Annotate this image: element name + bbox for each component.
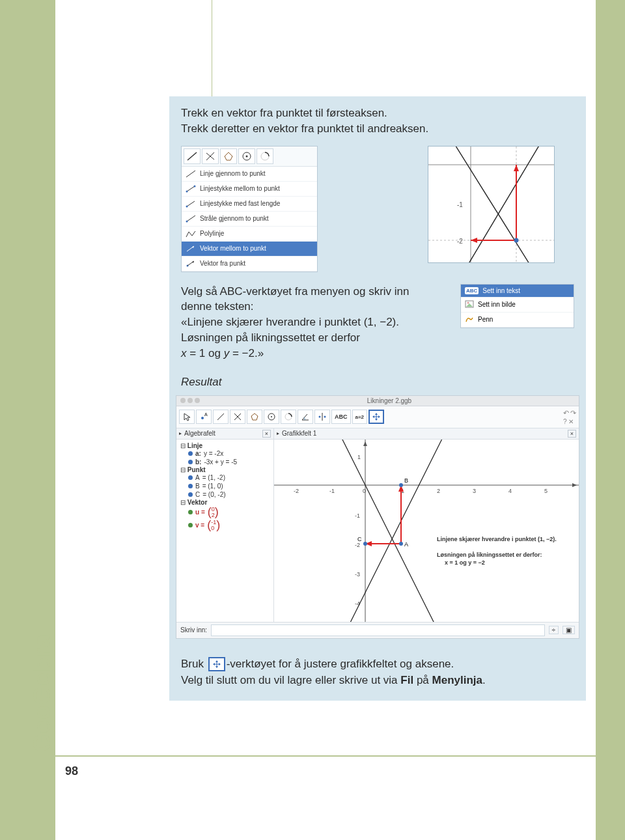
algebra-category: ⊟ Vektor xyxy=(180,499,270,506)
algebra-item[interactable]: C = (0, -2) xyxy=(180,490,270,499)
panel-title: Algebrafelt xyxy=(184,430,215,437)
tool-line-icon[interactable] xyxy=(184,148,201,164)
tool-perpendicular-icon[interactable] xyxy=(202,148,219,164)
close-icon[interactable]: ✕ xyxy=(568,418,574,425)
svg-text:-1: -1 xyxy=(329,488,335,494)
mid-line: denne teksten: xyxy=(181,299,447,315)
dropdown-item-label: Linjestykke mellom to punkt xyxy=(200,185,280,192)
algebra-item[interactable]: v = (-10) xyxy=(180,519,270,532)
image-icon xyxy=(465,300,474,309)
svg-point-80 xyxy=(399,483,403,487)
algebra-item[interactable]: a: y = -2x xyxy=(180,449,270,458)
svg-text:0: 0 xyxy=(363,488,366,494)
dropdown-item[interactable]: Linjestykke med fast lengde xyxy=(182,197,317,212)
algebra-panel-header[interactable]: ▸Algebrafelt× xyxy=(176,428,273,440)
window-traffic-lights[interactable] xyxy=(180,398,200,403)
input-history-button[interactable]: ÷ xyxy=(549,626,559,634)
dropdown-item[interactable]: Polylinje xyxy=(182,227,317,242)
svg-text:5: 5 xyxy=(544,488,548,494)
dropdown-item[interactable]: Linje gjennom to punkt xyxy=(182,167,317,182)
dropdown-item-selected[interactable]: Vektor mellom to punkt xyxy=(182,242,317,257)
tool-point-icon[interactable]: A xyxy=(196,410,212,424)
svg-line-26 xyxy=(451,147,546,262)
abc-menu-label: Sett inn tekst xyxy=(482,287,520,294)
help-icon[interactable]: ? xyxy=(563,418,567,425)
algebra-item[interactable]: B = (1, 0) xyxy=(180,482,270,490)
input-bar: Skriv inn: ÷ ▣ xyxy=(176,622,579,638)
input-bar-label: Skriv inn: xyxy=(180,626,207,634)
algebra-item[interactable]: b: -3x + y = -5 xyxy=(180,458,270,466)
svg-line-73 xyxy=(313,440,456,622)
input-help-button[interactable]: ▣ xyxy=(562,626,575,634)
close-panel-icon[interactable]: × xyxy=(262,430,271,438)
app-titlebar: Likninger 2.ggb xyxy=(176,396,579,406)
algebra-item[interactable]: A = (1, -2) xyxy=(180,473,270,482)
svg-point-5 xyxy=(246,155,248,157)
redo-icon[interactable]: ↷ xyxy=(570,409,576,417)
abc-menu-item[interactable]: Penn xyxy=(461,313,574,328)
expand-icon: ▸ xyxy=(277,430,279,436)
dropdown-item[interactable]: Linjestykke mellom to punkt xyxy=(182,182,317,197)
tool-arc-icon[interactable] xyxy=(281,410,296,424)
toolbar-right-icons: ↶↷ ?✕ xyxy=(563,409,576,425)
abc-tool-menu[interactable]: ABCSett inn tekst Sett inn bilde Penn xyxy=(460,284,574,328)
tool-perpendicular-icon[interactable] xyxy=(230,410,245,424)
expand-icon: ▸ xyxy=(179,430,182,436)
tool-polygon-icon[interactable] xyxy=(220,148,237,164)
line-icon xyxy=(186,169,196,178)
tool-slider-icon[interactable]: a=2 xyxy=(352,410,368,424)
svg-line-72 xyxy=(329,440,447,622)
app-toolbar: A ABC a=2 ↶↷ ?✕ xyxy=(176,406,579,428)
tool-polygon-icon[interactable] xyxy=(247,410,262,424)
side-tab-label: GeoGebra xyxy=(29,634,56,752)
panel-title: Grafikkfelt 1 xyxy=(282,430,316,437)
grafikk-canvas[interactable]: -2-10 12345 1-1-2-3-4 xyxy=(274,440,579,622)
abc-menu-item-selected[interactable]: ABCSett inn tekst xyxy=(461,285,574,298)
page-number: 98 xyxy=(65,764,78,778)
svg-marker-31 xyxy=(471,238,477,243)
tool-angle-icon[interactable] xyxy=(298,410,313,424)
svg-point-47 xyxy=(319,416,321,418)
dropdown-item[interactable]: Vektor fra punkt xyxy=(182,257,317,272)
pen-icon xyxy=(465,315,474,324)
tool-circle-icon[interactable] xyxy=(264,410,279,424)
tool-line-icon[interactable] xyxy=(213,410,229,424)
algebra-category: ⊟ Punkt xyxy=(180,466,270,473)
close-panel-icon[interactable]: × xyxy=(568,430,576,438)
svg-marker-58 xyxy=(363,441,367,446)
svg-point-37 xyxy=(201,417,204,419)
svg-line-13 xyxy=(187,216,195,221)
command-input[interactable] xyxy=(211,624,544,636)
svg-text:A: A xyxy=(204,412,208,417)
algebra-item[interactable]: u = (02) xyxy=(180,506,270,519)
tool-circle-icon[interactable] xyxy=(238,148,255,164)
svg-text:-1: -1 xyxy=(355,512,360,519)
mid-instruction-text: Velg så ABC-verktøyet fra menyen og skri… xyxy=(181,284,447,361)
bottom-instruction: Bruk -verktøyet for å justere grafikkfel… xyxy=(181,656,574,689)
svg-marker-86 xyxy=(215,660,218,662)
tool-text-icon[interactable]: ABC xyxy=(331,410,351,424)
abc-menu-label: Penn xyxy=(478,316,493,323)
app-body: ▸Algebrafelt× ⊟ Linje a: y = -2x b: -3x … xyxy=(176,428,579,622)
small-graph-svg: -1 -2 xyxy=(428,147,554,262)
svg-point-44 xyxy=(271,416,272,417)
undo-icon[interactable]: ↶ xyxy=(563,409,569,417)
graph-annotation-3: x = 1 og y = −2 xyxy=(445,559,485,566)
ray-icon xyxy=(186,214,196,223)
tool-move-view-icon[interactable] xyxy=(368,410,384,424)
svg-point-48 xyxy=(324,416,326,418)
tool-reflect-icon[interactable] xyxy=(314,410,330,424)
algebra-list: ⊟ Linje a: y = -2x b: -3x + y = -5 ⊟ Pun… xyxy=(176,440,273,535)
dropdown-item[interactable]: Stråle gjennom to punkt xyxy=(182,212,317,227)
line-tool-dropdown[interactable]: Linje gjennom to punkt Linjestykke mello… xyxy=(181,146,318,272)
abc-menu-item[interactable]: Sett inn bilde xyxy=(461,298,574,313)
svg-line-0 xyxy=(188,152,197,160)
svg-marker-3 xyxy=(225,152,232,160)
margin-vertical-line xyxy=(212,0,212,104)
tool-arc-icon[interactable] xyxy=(257,148,273,164)
grafikk-panel-header[interactable]: ▸Grafikkfelt 1× xyxy=(274,428,579,440)
segment-icon xyxy=(186,184,196,193)
svg-text:-3: -3 xyxy=(355,571,360,578)
bottom-text-line2a: Velg til slutt om du vil lagre eller skr… xyxy=(181,674,400,686)
tool-pointer-icon[interactable] xyxy=(179,410,195,424)
